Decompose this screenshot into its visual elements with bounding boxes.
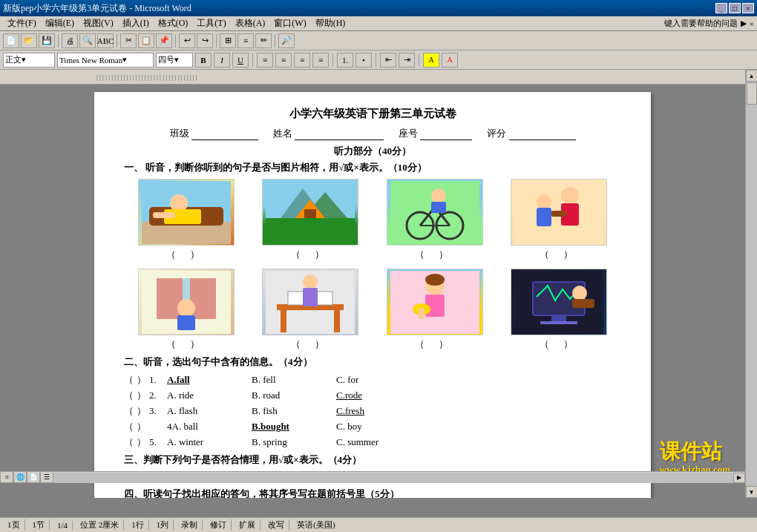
menu-file[interactable]: 文件(F) xyxy=(3,16,41,30)
align-center[interactable]: ≡ xyxy=(275,53,292,68)
zoom-button[interactable]: 🔎 xyxy=(278,33,295,48)
seat-field[interactable] xyxy=(420,128,472,140)
align-left[interactable]: ≡ xyxy=(257,53,273,68)
separator1 xyxy=(58,34,59,47)
scroll-track-bottom[interactable] xyxy=(12,473,733,483)
bullets[interactable]: • xyxy=(355,53,372,68)
svg-rect-50 xyxy=(572,299,594,308)
svg-rect-28 xyxy=(157,278,183,319)
svg-rect-31 xyxy=(177,315,195,330)
underline-button[interactable]: U xyxy=(232,53,249,68)
font-color-button[interactable]: A xyxy=(442,53,458,68)
normal-view-button[interactable]: ≡ xyxy=(0,471,13,483)
help-close[interactable]: × xyxy=(750,19,754,28)
menu-edit[interactable]: 编辑(E) xyxy=(41,16,79,30)
svg-rect-11 xyxy=(304,209,316,218)
menu-format[interactable]: 格式(O) xyxy=(154,16,193,30)
img-bracket-8: （ ） xyxy=(540,338,579,351)
watermark: 课件站 www.kjzhan.com xyxy=(660,439,730,476)
menu-table[interactable]: 表格(A) xyxy=(231,16,270,30)
scrollbar-bottom: ◀ ▶ xyxy=(0,471,745,483)
size-dropdown[interactable]: 四号▾ xyxy=(156,53,193,68)
new-button[interactable]: 📄 xyxy=(3,33,19,48)
paste-button[interactable]: 📌 xyxy=(156,33,172,48)
name-field[interactable] xyxy=(295,128,384,140)
minimize-button[interactable]: _ xyxy=(715,3,727,13)
drawing-button[interactable]: ✏ xyxy=(255,33,272,48)
scroll-thumb-right[interactable] xyxy=(747,82,757,105)
print-button[interactable]: 🖨 xyxy=(62,33,78,48)
outline-view-button[interactable]: ☰ xyxy=(40,471,53,483)
separator3 xyxy=(175,34,176,47)
images-row1: （ ） xyxy=(124,179,621,261)
scrollbar-right: ▲ ▼ xyxy=(745,70,757,498)
justify[interactable]: ≡ xyxy=(312,53,329,68)
class-field[interactable] xyxy=(191,128,258,140)
section2: （ ） 1. A.fall B. fell C. for （ ） 2. A. r… xyxy=(124,373,621,449)
undo-button[interactable]: ↩ xyxy=(179,33,195,48)
indent-increase[interactable]: ⇥ xyxy=(399,53,415,68)
highlight-button[interactable]: A xyxy=(423,53,439,68)
img-5 xyxy=(138,269,235,335)
style-dropdown[interactable]: 正文▾ xyxy=(3,53,55,68)
status-extend: 扩展 xyxy=(235,519,260,531)
help-input-area[interactable]: 键入需要帮助的问题 xyxy=(664,18,738,29)
menu-view[interactable]: 视图(V) xyxy=(79,16,118,30)
toolbar2: 正文▾ Times New Roman▾ 四号▾ B I U ≡ ≡ ≡ ≡ 1… xyxy=(0,50,757,70)
spell-button[interactable]: ABC xyxy=(97,33,114,48)
svg-point-37 xyxy=(303,275,318,289)
img-7 xyxy=(387,269,483,335)
document: 小学六年级英语下册第三单元试卷 班级 姓名 座号 xyxy=(94,92,651,498)
redo-button[interactable]: ↪ xyxy=(197,33,213,48)
scroll-down-button[interactable]: ▼ xyxy=(746,486,758,498)
menu-window[interactable]: 窗口(W) xyxy=(269,16,310,30)
img-bracket-5: （ ） xyxy=(166,338,206,351)
img-3 xyxy=(387,179,483,246)
italic-button[interactable]: I xyxy=(214,53,230,68)
open-button[interactable]: 📂 xyxy=(21,33,37,48)
print-view-button[interactable]: 📄 xyxy=(27,471,40,483)
scroll-track-right[interactable] xyxy=(746,82,758,486)
separator8 xyxy=(376,53,376,67)
preview-button[interactable]: 🔍 xyxy=(79,33,96,48)
bold-button[interactable]: B xyxy=(195,53,212,68)
status-modify: 改写 xyxy=(263,519,289,531)
numbering[interactable]: 1. xyxy=(337,53,353,68)
copy-button[interactable]: 📋 xyxy=(138,33,154,48)
save-button[interactable]: 💾 xyxy=(39,33,55,48)
section1-title: 听力部分（40分） xyxy=(124,145,621,158)
separator4 xyxy=(216,34,217,47)
img-cell-8: （ ） xyxy=(503,269,615,351)
score-field[interactable] xyxy=(509,128,576,140)
col-button[interactable]: ≡ xyxy=(237,33,254,48)
scroll-right-button[interactable]: ▶ xyxy=(733,473,745,483)
help-arrow[interactable]: ▶ xyxy=(741,19,747,28)
separator6 xyxy=(252,53,253,67)
web-view-button[interactable]: 🌐 xyxy=(13,471,27,483)
font-dropdown[interactable]: Times New Roman▾ xyxy=(57,53,154,68)
view-buttons: ≡ 🌐 📄 ☰ xyxy=(0,471,53,483)
img-bracket-7: （ ） xyxy=(415,338,454,351)
menu-insert[interactable]: 插入(I) xyxy=(118,16,154,30)
score-label: 评分 xyxy=(487,128,506,139)
table-button[interactable]: ⊞ xyxy=(220,33,236,48)
img-bracket-3: （ ） xyxy=(415,248,454,261)
name-label: 姓名 xyxy=(273,128,292,139)
menu-help[interactable]: 帮助(H) xyxy=(311,16,350,30)
menu-bar: 文件(F) 编辑(E) 视图(V) 插入(I) 格式(O) 工具(T) 表格(A… xyxy=(0,16,757,31)
img-cell-5: （ ） xyxy=(131,269,242,351)
q2-row-2: （ ） 2. A. ride B. road C.rode xyxy=(124,389,621,402)
menu-tools[interactable]: 工具(T) xyxy=(192,16,230,30)
status-position: 位置 2厘米 xyxy=(76,519,124,531)
indent-decrease[interactable]: ⇤ xyxy=(380,53,396,68)
maximize-button[interactable]: □ xyxy=(729,3,741,13)
cut-button[interactable]: ✂ xyxy=(120,33,137,48)
img-4 xyxy=(511,179,607,246)
q2-row-4: （ ） 4A. ball B.bought C. boy xyxy=(124,420,621,433)
svg-rect-19 xyxy=(431,202,446,213)
img-8 xyxy=(511,269,607,335)
svg-point-30 xyxy=(177,299,195,317)
close-button[interactable]: × xyxy=(742,3,754,13)
scroll-up-button[interactable]: ▲ xyxy=(746,70,758,82)
align-right[interactable]: ≡ xyxy=(294,53,310,68)
